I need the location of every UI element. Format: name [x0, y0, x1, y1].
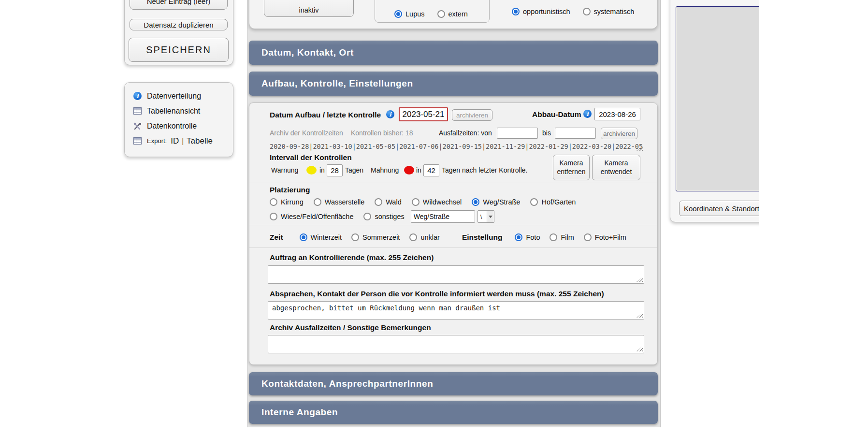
menu-label: Tabellenansicht	[147, 107, 200, 116]
absprachen-textarea-wrap: abgesprochen, bittet um Rückmeldung wenn…	[268, 301, 644, 320]
setup-date-label: Datum Aufbau / letzte Kontrolle	[270, 111, 381, 119]
menu-label: Datenverteilung	[147, 92, 201, 101]
option-opportunistisch: opportunistisch	[512, 8, 570, 15]
option-kirrung: Kirrung	[270, 198, 304, 206]
wald-radio[interactable]	[375, 198, 382, 206]
reminder-days-input[interactable]	[423, 164, 439, 176]
export-separator: |	[182, 137, 184, 145]
extern-label: extern	[448, 10, 468, 18]
menu-item-datenkontrolle[interactable]: Datenkontrolle	[133, 118, 233, 133]
placement-text-input[interactable]	[411, 210, 475, 223]
section-bar-label: Kontaktdaten, AnsprechpartnerInnen	[261, 378, 433, 389]
wildwechsel-radio[interactable]	[412, 198, 420, 206]
kirrung-radio[interactable]	[270, 198, 277, 206]
duplicate-record-button[interactable]: Datensatz duplizieren	[130, 19, 228, 30]
hof-garten-label: Hof/Garten	[541, 198, 576, 206]
foto-radio[interactable]	[515, 233, 522, 241]
systematisch-radio[interactable]	[583, 8, 591, 15]
control-archive-link[interactable]: Archiv der Kontrollzeiten	[270, 129, 343, 137]
camera-stolen-button[interactable]: Kamera entwendet	[592, 155, 640, 180]
sommerzeit-radio[interactable]	[351, 233, 359, 241]
divider	[249, 247, 657, 248]
foto-label: Foto	[526, 233, 540, 241]
weg-strasse-label: Weg/Straße	[483, 198, 520, 206]
section-bar-aufbau[interactable]: Aufbau, Kontrolle, Einstellungen	[249, 72, 658, 96]
new-entry-button[interactable]: Neuer Eintrag (leer)	[130, 0, 228, 10]
section-bar-datum-kontakt-ort[interactable]: Datum, Kontakt, Ort	[249, 41, 658, 65]
wald-label: Wald	[386, 198, 402, 206]
wasserstelle-radio[interactable]	[314, 198, 321, 206]
in-label: in	[416, 166, 421, 174]
option-systematisch: systematisch	[583, 8, 635, 15]
section-bar-interne-angaben[interactable]: Interne Angaben	[249, 401, 658, 424]
extern-radio[interactable]	[437, 10, 445, 18]
map-panel: Koordinaten & Standort	[670, 0, 759, 222]
reminder-label: Mahnung	[371, 166, 399, 174]
source-radio-group: Lupus extern	[375, 0, 490, 23]
archiv-textarea[interactable]	[268, 335, 644, 353]
placement-dropdown[interactable]: \	[477, 210, 494, 223]
sonstiges-radio[interactable]	[363, 213, 371, 220]
aufbau-content-panel: Datum Aufbau / letzte Kontrolle archivie…	[249, 102, 658, 365]
option-wildwechsel: Wildwechsel	[412, 198, 462, 206]
wasserstelle-label: Wasserstelle	[325, 198, 364, 206]
table-icon	[133, 107, 142, 115]
wiese-feld-radio[interactable]	[270, 213, 277, 220]
auftrag-textarea-wrap	[268, 265, 644, 284]
archive-downtime-button[interactable]: archivieren	[601, 128, 637, 139]
divider	[249, 225, 657, 226]
teardown-date-input[interactable]	[594, 108, 640, 120]
hof-garten-radio[interactable]	[530, 198, 538, 206]
tools-menu-panel: Datenverteilung Tabellenansicht Datenkon…	[124, 82, 233, 157]
placement-title: Platzierung	[270, 186, 310, 194]
foto-film-radio[interactable]	[584, 233, 592, 241]
coordinates-location-button[interactable]: Koordinaten & Standort	[679, 201, 759, 216]
foto-film-label: Foto+Film	[595, 233, 626, 241]
winterzeit-radio[interactable]	[300, 233, 307, 241]
chevron-down-icon	[487, 211, 494, 222]
warning-days-input[interactable]	[327, 164, 343, 176]
downtime-from-input[interactable]	[497, 128, 538, 139]
film-radio[interactable]	[550, 233, 557, 241]
archiv-bemerkungen-label: Archiv Ausfallzeiten / Sonstige Bemerkun…	[270, 323, 431, 332]
info-icon	[133, 92, 142, 100]
info-icon[interactable]	[386, 110, 394, 118]
app-viewport: Neuer Eintrag (leer) Datensatz duplizier…	[0, 0, 759, 436]
save-button[interactable]: SPEICHERN	[129, 38, 229, 62]
menu-item-datenverteilung[interactable]: Datenverteilung	[133, 88, 233, 103]
warning-label: Warnung	[271, 166, 298, 174]
record-actions-panel: Neuer Eintrag (leer) Datensatz duplizier…	[124, 0, 233, 65]
systematisch-label: systematisch	[594, 8, 635, 15]
info-icon[interactable]	[583, 110, 592, 118]
downtime-to-input[interactable]	[555, 128, 596, 139]
lupus-radio[interactable]	[394, 10, 402, 18]
unklar-radio[interactable]	[409, 233, 417, 241]
auftrag-textarea[interactable]	[268, 265, 644, 284]
option-wiese-feld: Wiese/Feld/Offenfläche	[270, 213, 353, 220]
export-table-link[interactable]: Tabelle	[187, 136, 213, 146]
time-setting-row: Zeit Winterzeit Sommerzeit unklar Einste…	[270, 233, 626, 242]
inactive-button[interactable]: inaktiv	[264, 0, 354, 17]
export-prefix: Export:	[147, 137, 167, 145]
menu-item-tabellenansicht[interactable]: Tabellenansicht	[133, 103, 233, 118]
option-foto-film: Foto+Film	[584, 233, 626, 241]
option-wasserstelle: Wasserstelle	[314, 198, 364, 206]
warning-status-dot	[306, 166, 317, 174]
setup-date-input[interactable]	[399, 107, 448, 121]
table-icon	[133, 137, 142, 145]
export-id-link[interactable]: ID	[171, 136, 179, 146]
in-label: in	[319, 166, 325, 174]
absprachen-label: Absprachen, Kontakt der Person die vor K…	[270, 290, 604, 298]
archive-date-button[interactable]: archivieren	[452, 109, 492, 121]
control-dates-box: 2020-09-28|2021-03-10|2021-05-05|2021-07…	[270, 141, 643, 152]
kirrung-label: Kirrung	[281, 198, 304, 206]
wildwechsel-label: Wildwechsel	[423, 198, 462, 206]
camera-remove-button[interactable]: Kamera entfernen	[553, 155, 590, 180]
reminder-status-dot	[404, 166, 414, 174]
section-bar-kontaktdaten[interactable]: Kontaktdaten, AnsprechpartnerInnen	[249, 372, 658, 395]
placement-row-2: Wiese/Feld/Offenfläche sonstiges \	[270, 210, 494, 223]
weg-strasse-radio[interactable]	[472, 198, 479, 206]
absprachen-textarea[interactable]: abgesprochen, bittet um Rückmeldung wenn…	[268, 301, 644, 320]
wiese-feld-label: Wiese/Feld/Offenfläche	[281, 213, 353, 220]
opportunistisch-radio[interactable]	[512, 8, 520, 15]
